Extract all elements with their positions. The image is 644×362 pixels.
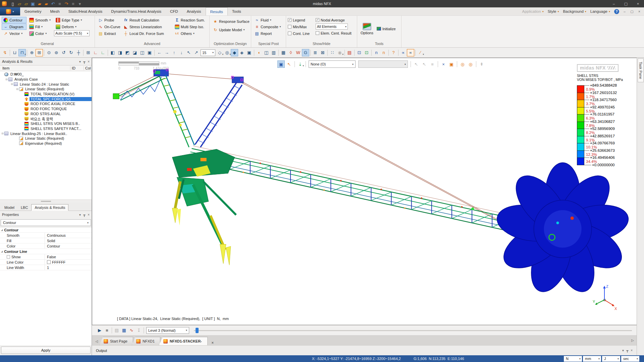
contour-button[interactable]: Contour [2, 17, 26, 23]
all-elements-combo[interactable]: All Elements▾ [316, 24, 348, 30]
tab-scroll-right-icon[interactable]: ▷ [630, 336, 635, 344]
tab-results[interactable]: Results [206, 7, 228, 15]
rotate-down-icon[interactable]: ↓ [178, 49, 185, 56]
deformed-shape-icon[interactable]: ⇣▾ [297, 60, 304, 68]
color-swatch[interactable] [47, 260, 51, 264]
tree-item[interactable]: TOTAL SPC FORCE (V) [0, 96, 92, 101]
reaction-sum-button[interactable]: ΣReaction Sum. [173, 17, 207, 23]
nodal-average-checkbox[interactable]: ✓ [316, 18, 319, 22]
export-animation-icon[interactable]: ↧ [135, 327, 143, 334]
polygon-pick-icon[interactable]: ↖ [421, 60, 428, 68]
rotate-angle-combo[interactable]: 15▾ [201, 49, 215, 56]
property-row[interactable]: Smooth Continuous [0, 233, 92, 238]
circle-deselect-icon[interactable]: ◎ [467, 60, 474, 68]
view-right-icon[interactable]: ◨ [116, 49, 124, 56]
element-edit-icon[interactable]: ⊡ [363, 49, 370, 56]
response-surface-button[interactable]: ★Response Surface [211, 17, 251, 26]
probe-grid-icon[interactable]: ⊠ [319, 49, 326, 56]
pin-icon[interactable]: ┳ [83, 213, 85, 217]
energy-unit-combo[interactable]: J▾ [602, 356, 620, 362]
close-icon[interactable]: × [631, 349, 633, 352]
pin-icon[interactable]: ┳ [83, 60, 85, 63]
tree-item[interactable]: ROD FORC TORQUE [0, 106, 92, 111]
tree-item[interactable]: Eigenvalue (Required) [0, 141, 92, 146]
tree-item[interactable]: ROD FORC AXIAL FORCE [0, 101, 92, 106]
legend-checkbox[interactable]: ✓ [288, 18, 291, 22]
polyline-pick-icon[interactable]: ↖ [413, 60, 420, 68]
tree-item[interactable]: SHELL STRS VON MISES B.. [0, 121, 92, 126]
property-row[interactable]: Line Width 1 [0, 265, 92, 270]
smooth-button[interactable]: Smooth▾ [28, 17, 53, 23]
element-number-icon[interactable]: n [380, 49, 387, 56]
doc-close-button[interactable]: × [636, 10, 643, 13]
record-animation-icon[interactable]: ▦ [120, 327, 128, 334]
tree-item[interactable]: ⊟ Analysis Case [0, 77, 92, 82]
measure-icon[interactable]: ∕▾ [417, 49, 424, 56]
close-icon[interactable]: × [88, 213, 90, 217]
close-tab-icon[interactable]: × [210, 341, 216, 345]
open-file-icon[interactable]: ▱ [16, 0, 23, 7]
options-button[interactable]: Options [361, 23, 373, 35]
multi-step-iso-button[interactable]: Multi Step Iso. [173, 24, 207, 30]
tab-mesh[interactable]: Mesh [46, 7, 64, 15]
window-select-icon[interactable]: ▣ [448, 60, 455, 68]
redo-list-icon[interactable]: ≡ [70, 0, 76, 7]
menu-language[interactable]: Language▾ [588, 9, 612, 13]
zoom-icon[interactable]: ⊙ [45, 49, 53, 56]
fill-button[interactable]: Fill▾ [28, 24, 53, 30]
vector-button[interactable]: ↗Vector▾ [2, 30, 26, 37]
split-view-icon[interactable]: ⊞ [85, 49, 92, 56]
stop-animation-icon[interactable]: ■ [103, 327, 111, 334]
view-top-icon[interactable]: ◩ [124, 49, 131, 56]
close-icon[interactable]: × [88, 60, 90, 63]
group-collapse-icon[interactable]: ◢ [1, 250, 3, 253]
graph-icon[interactable]: ∝ [399, 49, 407, 56]
result-calculation-button[interactable]: fxResult Calculation [122, 17, 172, 23]
open-append-icon[interactable]: ▱ [23, 0, 30, 7]
save-icon[interactable]: ▣ [30, 0, 36, 7]
doc-tab-nfxd1-stacker[interactable]: NFXD1-STACKER- [159, 337, 208, 345]
rotate-iso-left-icon[interactable]: ↖ [185, 49, 193, 56]
menu-style[interactable]: Style▾ [546, 9, 561, 13]
rotate-up-icon[interactable]: ↑ [170, 49, 178, 56]
report-button[interactable]: ▤Report [253, 30, 283, 37]
tree-item[interactable]: TOTAL TRANSLATION (V) [0, 92, 92, 97]
edge-type-button[interactable]: Edge Type▾ [54, 17, 90, 23]
deform-button[interactable]: Deform▾ [54, 24, 90, 30]
rotate-right-icon[interactable]: → [163, 49, 170, 56]
element-coord-icon[interactable]: ⊡ [356, 49, 363, 56]
node-number-icon[interactable]: n [373, 49, 380, 56]
panel-menu-icon[interactable]: ▾ [79, 213, 81, 217]
ramp-icon[interactable]: ≣ [312, 49, 319, 56]
close-button[interactable]: × [632, 0, 644, 7]
new-window-icon[interactable]: ▰ [36, 0, 43, 7]
stress-linearization-button[interactable]: ◣Stress Linearization [122, 24, 172, 30]
tree-item[interactable]: SHELL STRS SAFETY FACT... [0, 126, 92, 131]
property-row[interactable]: Color Contour [0, 243, 92, 249]
tab-static-heat[interactable]: Static/Heat Analysis [64, 7, 107, 15]
run-analysis-icon[interactable]: ↯ [1, 49, 9, 56]
property-row[interactable]: Line Color FFFFFF [0, 260, 92, 265]
clip-box-icon[interactable]: ▥ [270, 49, 277, 56]
view-bottom-icon[interactable]: ◪ [131, 49, 139, 56]
rotate-cw-icon[interactable]: ↻ [67, 49, 75, 56]
column-col[interactable]: Col [84, 66, 92, 70]
tree-expander-icon[interactable]: ⊟ [15, 88, 19, 91]
length-unit-combo[interactable]: mm▾ [583, 356, 601, 362]
tab-geometry[interactable]: Geometry [20, 7, 46, 15]
elem-cent-result-checkbox[interactable] [316, 31, 319, 35]
clip-plane-icon[interactable]: ◖ [255, 49, 263, 56]
time-unit-combo[interactable]: sec▾ [621, 356, 639, 362]
quick-access-customize-icon[interactable]: ▾ [76, 0, 83, 7]
view-front-icon[interactable]: ◫ [139, 49, 146, 56]
play-animation-icon[interactable]: ▶ [96, 327, 103, 334]
clip-band-icon[interactable]: ◫ [263, 49, 270, 56]
snap-icon[interactable]: ∷ [329, 49, 336, 56]
shaded-edge-icon[interactable]: ◈ [238, 49, 246, 56]
others-button[interactable]: LCOthers▾ [173, 30, 207, 37]
render-option-icon[interactable]: ◉▾ [336, 49, 343, 56]
undo-list-icon[interactable]: ≡ [56, 0, 63, 7]
query-entity-icon[interactable]: ? [390, 49, 397, 56]
force-unit-combo[interactable]: N▾ [564, 356, 582, 362]
tree-item[interactable]: ⊟ Linear Static-24 : Linear Static [0, 82, 92, 87]
